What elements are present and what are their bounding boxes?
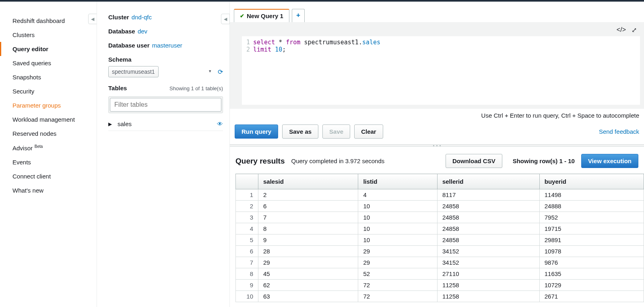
sidebar-item-events[interactable]: Events bbox=[0, 155, 97, 169]
filter-tables-input[interactable] bbox=[110, 98, 221, 112]
dbuser-value[interactable]: masteruser bbox=[152, 42, 182, 49]
tab-label: New Query 1 bbox=[247, 12, 283, 19]
sidebar-item-snapshots[interactable]: Snapshots bbox=[0, 70, 97, 84]
dbuser-label: Database user bbox=[108, 42, 150, 49]
tables-label: Tables bbox=[108, 85, 127, 91]
save-as-button[interactable]: Save as bbox=[282, 124, 318, 139]
row-number-header bbox=[236, 174, 258, 189]
save-button[interactable]: Save bbox=[322, 124, 350, 139]
tables-count: Showing 1 of 1 table(s) bbox=[169, 85, 223, 91]
sidebar-item-what-s-new[interactable]: What's new bbox=[0, 183, 97, 197]
download-csv-button[interactable]: Download CSV bbox=[446, 154, 502, 168]
main-panel: ✔ New Query 1 + </> ⤢ 1select * from spe… bbox=[229, 2, 644, 307]
table-row[interactable]: 106372112582671 bbox=[236, 291, 644, 302]
results-title: Query results bbox=[235, 157, 285, 166]
connection-panel-collapse-toggle[interactable]: ◀ bbox=[221, 14, 230, 24]
column-header-salesid[interactable]: salesid bbox=[258, 174, 358, 189]
column-header-listid[interactable]: listid bbox=[358, 174, 437, 189]
sidebar-item-clusters[interactable]: Clusters bbox=[0, 28, 97, 42]
clear-button[interactable]: Clear bbox=[354, 124, 383, 139]
sidebar-item-advisor[interactable]: Advisor Beta bbox=[0, 141, 97, 155]
database-value[interactable]: dev bbox=[138, 28, 147, 35]
database-label: Database bbox=[108, 28, 135, 35]
code-icon[interactable]: </> bbox=[617, 26, 626, 34]
table-row[interactable]: 628293415210978 bbox=[236, 246, 644, 257]
editor-hint: Use Ctrl + Enter to run query, Ctrl + Sp… bbox=[230, 109, 644, 124]
column-header-buyerid[interactable]: buyerid bbox=[539, 174, 644, 189]
refresh-icon[interactable]: ⟳ bbox=[218, 68, 223, 76]
table-row[interactable]: 3710248587952 bbox=[236, 212, 644, 223]
sidebar-collapse-toggle[interactable]: ◀ bbox=[88, 14, 97, 24]
sidebar-item-reserved-nodes[interactable]: Reserved nodes bbox=[0, 127, 97, 141]
column-header-sellerid[interactable]: sellerid bbox=[437, 174, 539, 189]
sidebar-item-connect-client[interactable]: Connect client bbox=[0, 169, 97, 183]
sidebar-item-saved-queries[interactable]: Saved queries bbox=[0, 56, 97, 70]
add-tab-button[interactable]: + bbox=[292, 9, 305, 22]
sql-editor[interactable]: 1select * from spectrumuseast1.sales 2li… bbox=[242, 36, 640, 105]
results-table: salesidlistidselleridbuyerid 12481171149… bbox=[235, 174, 644, 302]
sidebar-item-workload-management[interactable]: Workload management bbox=[0, 112, 97, 127]
expand-icon[interactable]: ▶ bbox=[108, 121, 112, 127]
results-row-count: Showing row(s) 1 - 10 bbox=[513, 158, 575, 164]
table-row[interactable]: 962721125810729 bbox=[236, 280, 644, 291]
cluster-value[interactable]: dnd-qfc bbox=[132, 14, 152, 21]
sidebar: ◀ Redshift dashboardClustersQuery editor… bbox=[0, 2, 97, 307]
expand-icon[interactable]: ⤢ bbox=[632, 26, 637, 34]
table-row[interactable]: 59102485829891 bbox=[236, 234, 644, 246]
table-row[interactable]: 124811711498 bbox=[236, 189, 644, 201]
sidebar-item-parameter-groups[interactable]: Parameter groups bbox=[0, 98, 97, 112]
view-execution-button[interactable]: View execution bbox=[581, 154, 638, 168]
table-row[interactable]: 26102485824888 bbox=[236, 201, 644, 212]
schema-label: Schema bbox=[108, 56, 223, 63]
tab-new-query-1[interactable]: ✔ New Query 1 bbox=[234, 9, 289, 22]
table-row[interactable]: 845522711011635 bbox=[236, 268, 644, 280]
sidebar-item-redshift-dashboard[interactable]: Redshift dashboard bbox=[0, 14, 97, 28]
sidebar-item-security[interactable]: Security bbox=[0, 84, 97, 98]
success-icon: ✔ bbox=[240, 13, 244, 19]
preview-icon[interactable]: 👁 bbox=[217, 120, 223, 127]
cluster-label: Cluster bbox=[108, 14, 129, 21]
results-subtitle: Query completed in 3.972 seconds bbox=[291, 158, 385, 164]
send-feedback-link[interactable]: Send feedback bbox=[599, 128, 639, 135]
table-row[interactable]: 48102485819715 bbox=[236, 223, 644, 234]
sidebar-item-query-editor[interactable]: Query editor bbox=[0, 42, 97, 56]
schema-select[interactable]: spectrumuseast1 bbox=[108, 66, 159, 77]
run-query-button[interactable]: Run query bbox=[235, 124, 278, 139]
table-row[interactable]: ▶sales👁 bbox=[108, 117, 223, 131]
table-row[interactable]: 72929341529876 bbox=[236, 257, 644, 268]
connection-panel: ◀ Cluster dnd-qfc Database dev Database … bbox=[97, 2, 229, 307]
table-name: sales bbox=[118, 120, 217, 127]
